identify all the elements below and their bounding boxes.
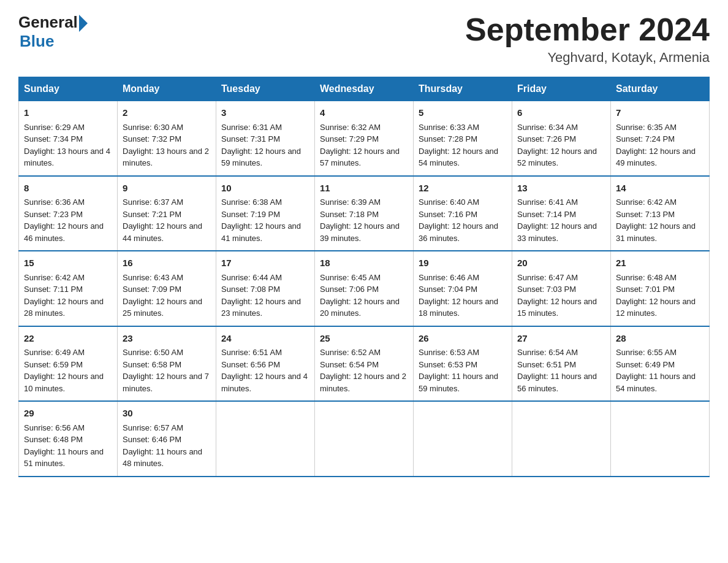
day-info: Sunrise: 6:56 AMSunset: 6:48 PMDaylight:… [24,422,112,470]
calendar-body: 1 Sunrise: 6:29 AMSunset: 7:34 PMDayligh… [19,101,710,477]
calendar-cell [611,401,710,477]
calendar-cell: 16 Sunrise: 6:43 AMSunset: 7:09 PMDaylig… [118,251,216,326]
calendar-cell: 1 Sunrise: 6:29 AMSunset: 7:34 PMDayligh… [19,101,118,176]
day-number: 26 [419,332,507,346]
calendar-week-row: 8 Sunrise: 6:36 AMSunset: 7:23 PMDayligh… [19,176,710,251]
calendar-cell: 15 Sunrise: 6:42 AMSunset: 7:11 PMDaylig… [19,251,118,326]
calendar-cell: 11 Sunrise: 6:39 AMSunset: 7:18 PMDaylig… [315,176,414,251]
header-wednesday: Wednesday [315,77,414,101]
day-number: 3 [221,106,309,120]
location-subtitle: Yeghvard, Kotayk, Armenia [465,50,710,66]
header-friday: Friday [512,77,611,101]
day-number: 21 [616,256,704,270]
day-number: 19 [419,256,507,270]
day-number: 9 [123,182,211,196]
day-info: Sunrise: 6:31 AMSunset: 7:31 PMDaylight:… [221,121,309,169]
calendar-cell: 21 Sunrise: 6:48 AMSunset: 7:01 PMDaylig… [611,251,710,326]
day-number: 22 [24,332,112,346]
calendar-cell: 17 Sunrise: 6:44 AMSunset: 7:08 PMDaylig… [216,251,315,326]
calendar-header: Sunday Monday Tuesday Wednesday Thursday… [19,77,710,101]
header-tuesday: Tuesday [216,77,315,101]
day-info: Sunrise: 6:30 AMSunset: 7:32 PMDaylight:… [123,121,211,169]
logo-general-text: General [18,13,78,32]
logo: General Blue [18,12,88,51]
day-number: 7 [616,106,704,120]
day-number: 15 [24,256,112,270]
header-monday: Monday [118,77,216,101]
calendar-cell: 7 Sunrise: 6:35 AMSunset: 7:24 PMDayligh… [611,101,710,176]
day-info: Sunrise: 6:48 AMSunset: 7:01 PMDaylight:… [616,272,704,320]
day-number: 29 [24,407,112,421]
day-number: 17 [221,256,309,270]
day-info: Sunrise: 6:36 AMSunset: 7:23 PMDaylight:… [24,196,112,244]
header-thursday: Thursday [414,77,512,101]
day-info: Sunrise: 6:42 AMSunset: 7:13 PMDaylight:… [616,196,704,244]
day-number: 10 [221,182,309,196]
day-number: 14 [616,182,704,196]
day-info: Sunrise: 6:37 AMSunset: 7:21 PMDaylight:… [123,196,211,244]
day-info: Sunrise: 6:35 AMSunset: 7:24 PMDaylight:… [616,121,704,169]
day-number: 27 [517,332,605,346]
day-info: Sunrise: 6:29 AMSunset: 7:34 PMDaylight:… [24,121,112,169]
day-info: Sunrise: 6:40 AMSunset: 7:16 PMDaylight:… [419,196,507,244]
calendar-table: Sunday Monday Tuesday Wednesday Thursday… [18,77,710,477]
calendar-cell: 9 Sunrise: 6:37 AMSunset: 7:21 PMDayligh… [118,176,216,251]
day-number: 25 [320,332,408,346]
day-info: Sunrise: 6:55 AMSunset: 6:49 PMDaylight:… [616,347,704,394]
day-info: Sunrise: 6:57 AMSunset: 6:46 PMDaylight:… [123,422,211,470]
calendar-week-row: 1 Sunrise: 6:29 AMSunset: 7:34 PMDayligh… [19,101,710,176]
day-number: 18 [320,256,408,270]
page-header: General Blue September 2024 Yeghvard, Ko… [18,12,710,66]
calendar-cell: 3 Sunrise: 6:31 AMSunset: 7:31 PMDayligh… [216,101,315,176]
day-number: 11 [320,182,408,196]
day-info: Sunrise: 6:34 AMSunset: 7:26 PMDaylight:… [517,121,605,169]
calendar-cell: 10 Sunrise: 6:38 AMSunset: 7:19 PMDaylig… [216,176,315,251]
day-number: 20 [517,256,605,270]
calendar-cell: 23 Sunrise: 6:50 AMSunset: 6:58 PMDaylig… [118,326,216,402]
calendar-cell: 22 Sunrise: 6:49 AMSunset: 6:59 PMDaylig… [19,326,118,402]
title-block: September 2024 Yeghvard, Kotayk, Armenia [465,12,710,66]
day-info: Sunrise: 6:52 AMSunset: 6:54 PMDaylight:… [320,347,408,394]
day-info: Sunrise: 6:32 AMSunset: 7:29 PMDaylight:… [320,121,408,169]
day-info: Sunrise: 6:51 AMSunset: 6:56 PMDaylight:… [221,347,309,394]
day-number: 8 [24,182,112,196]
day-info: Sunrise: 6:44 AMSunset: 7:08 PMDaylight:… [221,272,309,320]
day-info: Sunrise: 6:47 AMSunset: 7:03 PMDaylight:… [517,272,605,320]
calendar-cell: 28 Sunrise: 6:55 AMSunset: 6:49 PMDaylig… [611,326,710,402]
day-number: 16 [123,256,211,270]
day-info: Sunrise: 6:43 AMSunset: 7:09 PMDaylight:… [123,272,211,320]
header-sunday: Sunday [19,77,118,101]
day-info: Sunrise: 6:46 AMSunset: 7:04 PMDaylight:… [419,272,507,320]
calendar-cell: 13 Sunrise: 6:41 AMSunset: 7:14 PMDaylig… [512,176,611,251]
day-number: 24 [221,332,309,346]
day-info: Sunrise: 6:45 AMSunset: 7:06 PMDaylight:… [320,272,408,320]
header-saturday: Saturday [611,77,710,101]
day-number: 12 [419,182,507,196]
calendar-week-row: 15 Sunrise: 6:42 AMSunset: 7:11 PMDaylig… [19,251,710,326]
calendar-cell: 27 Sunrise: 6:54 AMSunset: 6:51 PMDaylig… [512,326,611,402]
calendar-cell: 26 Sunrise: 6:53 AMSunset: 6:53 PMDaylig… [414,326,512,402]
day-number: 30 [123,407,211,421]
calendar-cell: 14 Sunrise: 6:42 AMSunset: 7:13 PMDaylig… [611,176,710,251]
calendar-cell: 25 Sunrise: 6:52 AMSunset: 6:54 PMDaylig… [315,326,414,402]
calendar-cell: 8 Sunrise: 6:36 AMSunset: 7:23 PMDayligh… [19,176,118,251]
calendar-cell [315,401,414,477]
day-number: 6 [517,106,605,120]
calendar-cell: 29 Sunrise: 6:56 AMSunset: 6:48 PMDaylig… [19,401,118,477]
logo-arrow-icon [79,15,88,32]
day-info: Sunrise: 6:50 AMSunset: 6:58 PMDaylight:… [123,347,211,394]
weekday-header-row: Sunday Monday Tuesday Wednesday Thursday… [19,77,710,101]
day-number: 13 [517,182,605,196]
calendar-cell: 2 Sunrise: 6:30 AMSunset: 7:32 PMDayligh… [118,101,216,176]
day-number: 1 [24,106,112,120]
calendar-week-row: 29 Sunrise: 6:56 AMSunset: 6:48 PMDaylig… [19,401,710,477]
day-info: Sunrise: 6:41 AMSunset: 7:14 PMDaylight:… [517,196,605,244]
calendar-week-row: 22 Sunrise: 6:49 AMSunset: 6:59 PMDaylig… [19,326,710,402]
month-year-title: September 2024 [465,12,710,47]
calendar-cell [512,401,611,477]
day-number: 28 [616,332,704,346]
day-info: Sunrise: 6:33 AMSunset: 7:28 PMDaylight:… [419,121,507,169]
day-number: 2 [123,106,211,120]
day-info: Sunrise: 6:49 AMSunset: 6:59 PMDaylight:… [24,347,112,394]
calendar-cell: 24 Sunrise: 6:51 AMSunset: 6:56 PMDaylig… [216,326,315,402]
